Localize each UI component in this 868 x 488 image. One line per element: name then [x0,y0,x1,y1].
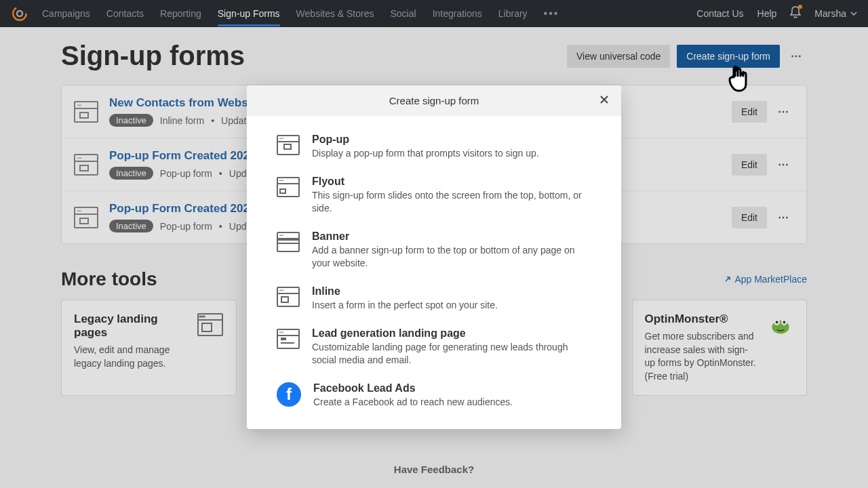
option-title: Banner [312,230,591,243]
option-desc: Add a banner sign-up form to the top or … [312,244,591,270]
option-lead-gen-landing[interactable]: ••• Lead generation landing page Customi… [277,327,591,367]
landing-page-form-icon: ••• [277,329,300,349]
option-title: Pop-up [312,134,591,146]
option-desc: Display a pop-up form that prompts visit… [312,147,591,161]
facebook-icon: f [277,382,301,407]
option-banner[interactable]: ••• Banner Add a banner sign-up form to … [277,230,591,270]
option-desc: Customizable landing page for generating… [312,341,591,367]
modal-overlay[interactable]: Create sign-up form ••• Pop-up Display a… [0,0,868,488]
modal-title: Create sign-up form [389,95,479,106]
option-flyout[interactable]: ••• Flyout This sign-up form slides onto… [277,176,591,216]
flyout-form-icon: ••• [277,177,300,197]
option-desc: Insert a form in the perfect spot on you… [312,299,591,312]
close-icon[interactable] [598,94,610,108]
option-title: Flyout [312,176,591,188]
create-form-modal: Create sign-up form ••• Pop-up Display a… [247,85,621,429]
option-title: Facebook Lead Ads [313,382,591,394]
option-facebook-lead-ads[interactable]: f Facebook Lead Ads Create a Facebook ad… [277,382,591,409]
option-popup[interactable]: ••• Pop-up Display a pop-up form that pr… [277,134,591,161]
option-desc: This sign-up form slides onto the screen… [312,189,591,216]
option-title: Inline [312,285,591,298]
inline-form-icon: ••• [277,287,300,307]
popup-form-icon: ••• [277,135,300,155]
option-inline[interactable]: ••• Inline Insert a form in the perfect … [277,285,591,312]
option-title: Lead generation landing page [312,327,591,340]
option-desc: Create a Facebook ad to reach new audien… [313,396,591,409]
banner-form-icon: ••• [277,232,300,252]
